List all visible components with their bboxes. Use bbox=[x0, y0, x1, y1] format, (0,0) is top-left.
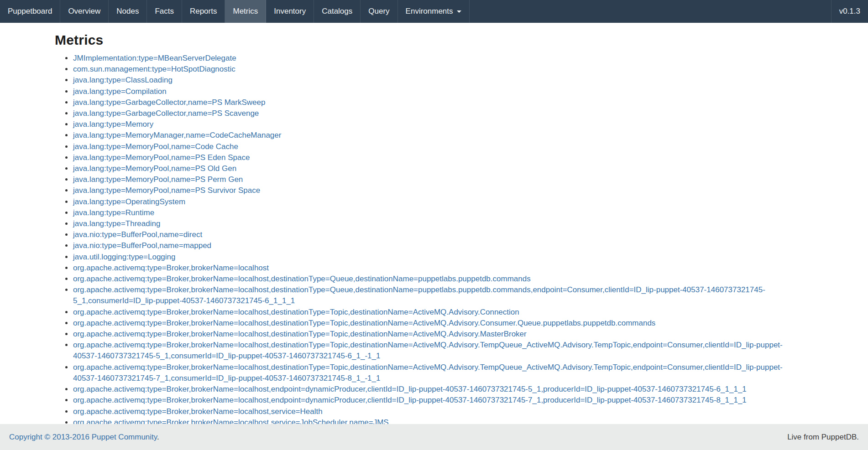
metric-list-item: java.lang:type=MemoryPool,name=PS Surviv… bbox=[73, 185, 794, 196]
navbar-brand[interactable]: Puppetboard bbox=[0, 0, 60, 23]
metric-list-item: java.lang:type=Compilation bbox=[73, 86, 794, 97]
metric-list-item: java.lang:type=MemoryPool,name=PS Perm G… bbox=[73, 174, 794, 185]
tab-inventory[interactable]: Inventory bbox=[266, 0, 314, 23]
tab-nodes[interactable]: Nodes bbox=[109, 0, 147, 23]
metric-link[interactable]: org.apache.activemq:type=Broker,brokerNa… bbox=[73, 308, 519, 316]
version-badge: v0.1.3 bbox=[831, 0, 868, 23]
tab-catalogs[interactable]: Catalogs bbox=[314, 0, 361, 23]
metric-list-item: org.apache.activemq:type=Broker,brokerNa… bbox=[73, 384, 794, 395]
metric-link[interactable]: org.apache.activemq:type=Broker,brokerNa… bbox=[73, 264, 269, 272]
metric-list-item: java.nio:type=BufferPool,name=mapped bbox=[73, 240, 794, 251]
environments-dropdown[interactable]: Environments bbox=[398, 0, 470, 23]
tab-overview[interactable]: Overview bbox=[60, 0, 109, 23]
environments-dropdown-label: Environments bbox=[406, 7, 453, 16]
metric-list-item: java.lang:type=Memory bbox=[73, 119, 794, 130]
metric-link[interactable]: java.lang:type=Compilation bbox=[73, 87, 167, 96]
metric-link[interactable]: java.lang:type=Runtime bbox=[73, 208, 154, 217]
metric-list-item: org.apache.activemq:type=Broker,brokerNa… bbox=[73, 340, 794, 362]
metric-link[interactable]: org.apache.activemq:type=Broker,brokerNa… bbox=[73, 407, 323, 416]
page-title: Metrics bbox=[55, 32, 794, 48]
navbar-tabs: Overview Nodes Facts Reports Metrics Inv… bbox=[60, 0, 397, 23]
metric-link[interactable]: java.lang:type=GarbageCollector,name=PS … bbox=[73, 98, 265, 107]
metric-list-item: com.sun.management:type=HotSpotDiagnosti… bbox=[73, 64, 794, 75]
metric-link[interactable]: org.apache.activemq:type=Broker,brokerNa… bbox=[73, 341, 783, 360]
navbar: Puppetboard Overview Nodes Facts Reports… bbox=[0, 0, 868, 23]
metric-list-item: java.lang:type=MemoryPool,name=PS Old Ge… bbox=[73, 163, 794, 174]
metric-list-item: java.lang:type=ClassLoading bbox=[73, 75, 794, 86]
metric-link[interactable]: java.lang:type=MemoryPool,name=Code Cach… bbox=[73, 142, 238, 151]
copyright-suffix: . bbox=[157, 433, 159, 441]
metric-list-item: org.apache.activemq:type=Broker,brokerNa… bbox=[73, 274, 794, 284]
metric-link[interactable]: java.lang:type=OperatingSystem bbox=[73, 197, 185, 206]
main-content: Metrics JMImplementation:type=MBeanServe… bbox=[0, 32, 868, 428]
metric-list-item: java.lang:type=GarbageCollector,name=PS … bbox=[73, 108, 794, 119]
metric-list-item: org.apache.activemq:type=Broker,brokerNa… bbox=[73, 263, 794, 274]
metric-list-item: java.lang:type=OperatingSystem bbox=[73, 197, 794, 207]
metric-link[interactable]: JMImplementation:type=MBeanServerDelegat… bbox=[73, 54, 236, 62]
metric-list-item: org.apache.activemq:type=Broker,brokerNa… bbox=[73, 406, 794, 417]
metric-link[interactable]: java.lang:type=Memory bbox=[73, 120, 153, 129]
metric-list-item: java.nio:type=BufferPool,name=direct bbox=[73, 229, 794, 240]
chevron-down-icon bbox=[457, 10, 461, 13]
metric-list-item: java.util.logging:type=Logging bbox=[73, 252, 794, 263]
metric-list-item: JMImplementation:type=MBeanServerDelegat… bbox=[73, 53, 794, 64]
metric-list-item: java.lang:type=Threading bbox=[73, 218, 794, 229]
metric-list-item: java.lang:type=Runtime bbox=[73, 207, 794, 218]
metric-link[interactable]: java.lang:type=MemoryPool,name=PS Eden S… bbox=[73, 153, 250, 162]
metric-link[interactable]: java.lang:type=MemoryManager,name=CodeCa… bbox=[73, 131, 281, 140]
metric-list-item: org.apache.activemq:type=Broker,brokerNa… bbox=[73, 395, 794, 406]
metric-list-item: java.lang:type=MemoryPool,name=PS Eden S… bbox=[73, 152, 794, 163]
navbar-spacer bbox=[470, 0, 831, 23]
metric-link[interactable]: java.lang:type=GarbageCollector,name=PS … bbox=[73, 109, 259, 118]
metric-link[interactable]: org.apache.activemq:type=Broker,brokerNa… bbox=[73, 363, 783, 383]
puppetdb-status: Live from PuppetDB. bbox=[787, 433, 859, 442]
metric-list: JMImplementation:type=MBeanServerDelegat… bbox=[55, 53, 794, 428]
metric-link[interactable]: java.util.logging:type=Logging bbox=[73, 253, 175, 261]
metric-link[interactable]: java.lang:type=Threading bbox=[73, 219, 160, 228]
metric-link[interactable]: java.lang:type=MemoryPool,name=PS Perm G… bbox=[73, 175, 243, 184]
footer: Copyright © 2013-2016 Puppet Community. … bbox=[0, 424, 868, 450]
metric-list-item: org.apache.activemq:type=Broker,brokerNa… bbox=[73, 284, 794, 306]
metric-link[interactable]: org.apache.activemq:type=Broker,brokerNa… bbox=[73, 330, 527, 338]
metric-link[interactable]: org.apache.activemq:type=Broker,brokerNa… bbox=[73, 396, 747, 404]
tab-query[interactable]: Query bbox=[361, 0, 397, 23]
metric-link[interactable]: org.apache.activemq:type=Broker,brokerNa… bbox=[73, 274, 531, 283]
metric-list-item: java.lang:type=MemoryManager,name=CodeCa… bbox=[73, 130, 794, 141]
footer-copyright: Copyright © 2013-2016 Puppet Community. bbox=[9, 433, 159, 442]
copyright-link[interactable]: Copyright © 2013-2016 Puppet Community bbox=[9, 433, 157, 441]
tab-facts[interactable]: Facts bbox=[147, 0, 182, 23]
metric-link[interactable]: com.sun.management:type=HotSpotDiagnosti… bbox=[73, 65, 235, 73]
metric-link[interactable]: org.apache.activemq:type=Broker,brokerNa… bbox=[73, 319, 655, 327]
metric-link[interactable]: org.apache.activemq:type=Broker,brokerNa… bbox=[73, 285, 765, 305]
metric-link[interactable]: java.lang:type=ClassLoading bbox=[73, 76, 173, 84]
metric-link[interactable]: java.nio:type=BufferPool,name=mapped bbox=[73, 241, 211, 250]
metric-list-item: org.apache.activemq:type=Broker,brokerNa… bbox=[73, 307, 794, 318]
metric-link[interactable]: java.nio:type=BufferPool,name=direct bbox=[73, 230, 202, 239]
metric-link[interactable]: org.apache.activemq:type=Broker,brokerNa… bbox=[73, 385, 747, 393]
tab-reports[interactable]: Reports bbox=[182, 0, 225, 23]
metric-list-item: org.apache.activemq:type=Broker,brokerNa… bbox=[73, 329, 794, 340]
tab-metrics[interactable]: Metrics bbox=[225, 0, 266, 23]
metric-link[interactable]: java.lang:type=MemoryPool,name=PS Old Ge… bbox=[73, 164, 236, 173]
metric-list-item: java.lang:type=MemoryPool,name=Code Cach… bbox=[73, 141, 794, 152]
metric-link[interactable]: java.lang:type=MemoryPool,name=PS Surviv… bbox=[73, 186, 260, 195]
metric-list-item: java.lang:type=GarbageCollector,name=PS … bbox=[73, 97, 794, 108]
metric-list-item: org.apache.activemq:type=Broker,brokerNa… bbox=[73, 362, 794, 384]
metric-list-item: org.apache.activemq:type=Broker,brokerNa… bbox=[73, 318, 794, 329]
